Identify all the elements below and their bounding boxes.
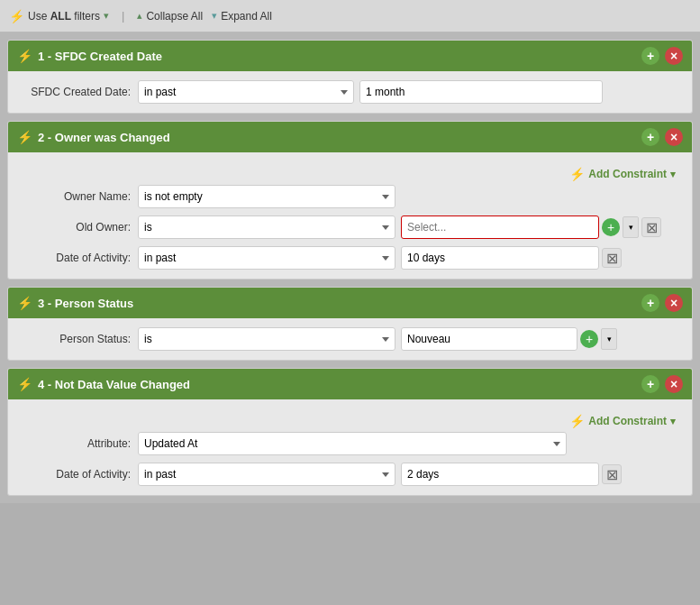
date-activity-value-4[interactable] xyxy=(401,463,599,486)
filter-body-3: Person Status: is + ▾ xyxy=(8,318,692,360)
filter-close-3[interactable]: × xyxy=(665,294,683,312)
date-activity-label-4: Date of Activity: xyxy=(21,468,138,481)
filter-body-4: ⚡ Add Constraint ▾ Attribute: Updated At… xyxy=(8,399,692,495)
filter-header-3: ⚡ 3 - Person Status + × xyxy=(8,288,692,318)
filter-title-label-4: 4 - Not Data Value Changed xyxy=(38,378,190,391)
use-all-filters-label: Use ALL filters xyxy=(28,10,100,23)
filter-icon-4: ⚡ xyxy=(17,377,32,391)
person-status-label: Person Status: xyxy=(21,333,138,345)
person-status-value-wrap: + ▾ xyxy=(401,327,617,351)
add-constraint-label-4: Add Constraint xyxy=(588,415,667,427)
separator: | xyxy=(122,9,124,23)
date-activity-value-wrap-2: ⊠ xyxy=(401,246,622,270)
filter-close-2[interactable]: × xyxy=(665,128,683,146)
collapse-all-label: Collapse All xyxy=(146,10,203,23)
filter-title-label-2: 2 - Owner was Changed xyxy=(38,131,170,144)
filter-row-owner-name: Owner Name: is not empty xyxy=(21,185,679,208)
old-owner-label: Old Owner: xyxy=(21,221,138,234)
old-owner-value-wrap: + ▾ ⊠ xyxy=(401,215,661,239)
old-owner-add-btn[interactable]: + xyxy=(602,218,620,236)
filter-header-2: ⚡ 2 - Owner was Changed + × xyxy=(8,122,692,152)
sfdc-date-operator[interactable]: in past xyxy=(138,80,354,104)
filter-title-4: ⚡ 4 - Not Data Value Changed xyxy=(17,377,190,391)
date-activity-value-2[interactable] xyxy=(401,246,599,270)
filter-move-up-3[interactable]: + xyxy=(641,294,659,312)
filter-move-up-1[interactable]: + xyxy=(641,47,659,65)
filter-close-1[interactable]: × xyxy=(665,47,683,65)
date-activity-operator-4[interactable]: in past xyxy=(138,463,395,486)
filter-title-label-1: 1 - SFDC Created Date xyxy=(38,50,162,63)
filter-move-up-2[interactable]: + xyxy=(641,128,659,146)
attribute-operator[interactable]: Updated At xyxy=(138,432,567,455)
date-activity-remove-4[interactable]: ⊠ xyxy=(602,464,622,484)
attribute-label: Attribute: xyxy=(21,437,138,450)
filter-icon-2: ⚡ xyxy=(17,130,32,144)
person-status-add-btn[interactable]: + xyxy=(580,330,598,348)
filter-body-1: SFDC Created Date: in past xyxy=(8,71,692,113)
filter-block-3: ⚡ 3 - Person Status + × Person Status: i… xyxy=(7,287,693,361)
add-constraint-btn-2[interactable]: ⚡ Add Constraint ▾ xyxy=(569,167,676,181)
expand-all[interactable]: ▾ Expand All xyxy=(212,10,272,23)
add-constraint-row-2: ⚡ Add Constraint ▾ xyxy=(21,161,679,185)
expand-icon: ▾ xyxy=(212,10,217,22)
filter-row-person-status: Person Status: is + ▾ xyxy=(21,327,679,351)
date-activity-remove-2[interactable]: ⊠ xyxy=(602,248,622,268)
add-constraint-chevron-4: ▾ xyxy=(670,416,676,427)
date-activity-label-2: Date of Activity: xyxy=(21,252,138,264)
filter-block-4: ⚡ 4 - Not Data Value Changed + × ⚡ Add C… xyxy=(7,368,693,496)
collapse-all[interactable]: ▴ Collapse All xyxy=(137,10,203,23)
filter-block-2: ⚡ 2 - Owner was Changed + × ⚡ Add Constr… xyxy=(7,121,693,280)
filter-title-3: ⚡ 3 - Person Status xyxy=(17,296,133,310)
sfdc-date-label: SFDC Created Date: xyxy=(21,86,138,98)
person-status-operator[interactable]: is xyxy=(138,327,395,351)
person-status-value[interactable] xyxy=(401,327,577,351)
filter-icon-1: ⚡ xyxy=(17,49,32,63)
old-owner-dropdown-btn[interactable]: ▾ xyxy=(623,216,639,238)
filter-row-date-activity-4: Date of Activity: in past ⊠ xyxy=(21,463,679,486)
old-owner-operator[interactable]: is xyxy=(138,215,395,239)
old-owner-remove-btn[interactable]: ⊠ xyxy=(641,217,661,237)
expand-all-label: Expand All xyxy=(221,10,272,23)
owner-name-operator[interactable]: is not empty xyxy=(138,185,395,208)
filter-body-2: ⚡ Add Constraint ▾ Owner Name: is not em… xyxy=(8,152,692,279)
filter-icon: ⚡ xyxy=(9,9,24,23)
add-constraint-btn-4[interactable]: ⚡ Add Constraint ▾ xyxy=(569,414,676,428)
filter-icon-3: ⚡ xyxy=(17,296,32,310)
filter-row-old-owner: Old Owner: is + ▾ ⊠ xyxy=(21,215,679,239)
add-constraint-icon-2: ⚡ xyxy=(569,167,585,181)
filter-actions-2: + × xyxy=(641,128,683,146)
old-owner-value-input[interactable] xyxy=(401,215,599,239)
add-constraint-label-2: Add Constraint xyxy=(588,168,667,180)
filter-row-date-activity-2: Date of Activity: in past ⊠ xyxy=(21,246,679,270)
person-status-dropdown-btn[interactable]: ▾ xyxy=(601,328,617,350)
owner-name-label: Owner Name: xyxy=(21,190,138,203)
filter-close-4[interactable]: × xyxy=(665,375,683,393)
filter-header-1: ⚡ 1 - SFDC Created Date + × xyxy=(8,41,692,71)
add-constraint-icon-4: ⚡ xyxy=(569,414,585,428)
filter-actions-4: + × xyxy=(641,375,683,393)
filter-header-4: ⚡ 4 - Not Data Value Changed + × xyxy=(8,369,692,399)
date-activity-value-wrap-4: ⊠ xyxy=(401,463,622,486)
filter-actions-1: + × xyxy=(641,47,683,65)
filter-row-attribute: Attribute: Updated At xyxy=(21,432,679,455)
filter-row-sfdc-date: SFDC Created Date: in past xyxy=(21,80,679,104)
filter-block-1: ⚡ 1 - SFDC Created Date + × SFDC Created… xyxy=(7,40,693,114)
collapse-icon: ▴ xyxy=(137,10,142,22)
filter-move-up-4[interactable]: + xyxy=(641,375,659,393)
add-constraint-chevron-2: ▾ xyxy=(670,169,676,180)
main-content: ⚡ 1 - SFDC Created Date + × SFDC Created… xyxy=(0,32,700,503)
sfdc-date-value[interactable] xyxy=(359,80,603,104)
filter-title-label-3: 3 - Person Status xyxy=(38,297,133,310)
filter-title-2: ⚡ 2 - Owner was Changed xyxy=(17,130,170,144)
date-activity-operator-2[interactable]: in past xyxy=(138,246,395,270)
top-bar: ⚡ Use ALL filters ▾ | ▴ Collapse All ▾ E… xyxy=(0,0,700,32)
use-all-filters[interactable]: ⚡ Use ALL filters ▾ xyxy=(9,9,109,23)
filter-actions-3: + × xyxy=(641,294,683,312)
filter-title-1: ⚡ 1 - SFDC Created Date xyxy=(17,49,162,63)
add-constraint-row-4: ⚡ Add Constraint ▾ xyxy=(21,408,679,432)
filter-dropdown-icon: ▾ xyxy=(104,10,109,22)
